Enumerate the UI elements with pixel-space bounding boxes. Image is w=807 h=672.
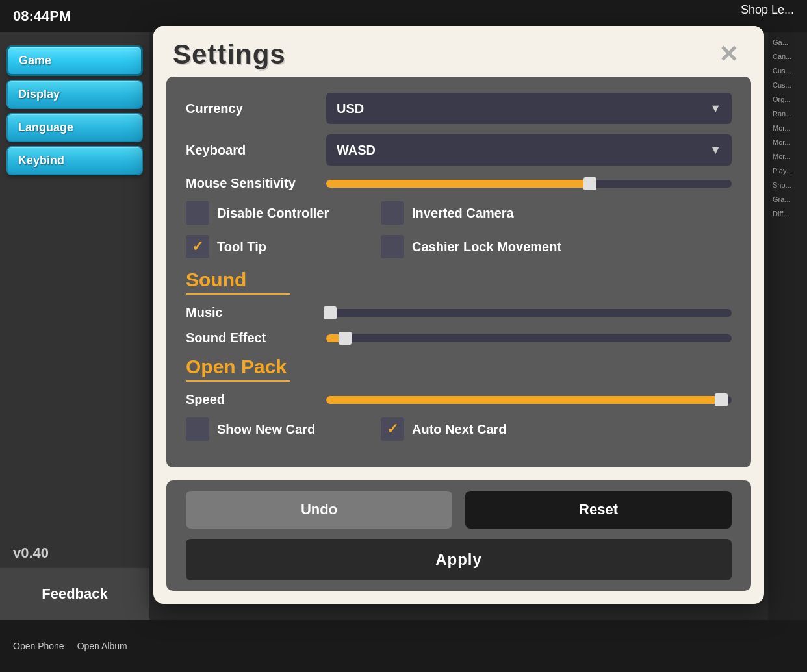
keyboard-label: Keyboard (186, 143, 316, 158)
disable-controller-checkbox[interactable]: Disable Controller (186, 201, 355, 225)
sidebar-item-game[interactable]: Game (6, 45, 143, 76)
mouse-sensitivity-track (326, 180, 732, 188)
disable-controller-box[interactable] (186, 201, 209, 225)
right-panel-item: Mor... (771, 121, 804, 134)
right-panel-item: Sho... (771, 179, 804, 192)
disable-controller-label: Disable Controller (217, 206, 329, 221)
auto-next-card-check-icon: ✓ (387, 421, 398, 438)
close-button[interactable]: ✕ (712, 40, 745, 69)
right-panel-item: Gra... (771, 193, 804, 206)
mouse-sensitivity-thumb[interactable] (583, 177, 596, 190)
auto-next-card-box[interactable]: ✓ (381, 417, 404, 441)
right-panel-item: Can... (771, 50, 804, 63)
apply-button[interactable]: Apply (186, 539, 732, 580)
sound-divider (186, 293, 290, 295)
bottom-item-phone: Open Phone (13, 641, 64, 651)
right-panel-item: Ran... (771, 107, 804, 120)
left-sidebar: Game Display Language Keybind v0.40 Feed… (0, 32, 149, 620)
mouse-sensitivity-slider[interactable] (326, 177, 732, 190)
inverted-camera-checkbox[interactable]: Inverted Camera (381, 201, 550, 225)
bottom-bar: Open Phone Open Album (0, 620, 807, 672)
show-new-card-checkbox[interactable]: Show New Card (186, 417, 355, 441)
music-track (326, 309, 732, 317)
mouse-sensitivity-label: Mouse Sensitivity (186, 176, 316, 191)
right-panel-item: Play... (771, 164, 804, 177)
undo-button[interactable]: Undo (186, 491, 452, 529)
checkboxes-row-2: ✓ Tool Tip Cashier Lock Movement (186, 235, 732, 258)
inverted-camera-box[interactable] (381, 201, 404, 225)
footer-buttons-row: Undo Reset (186, 491, 732, 529)
keyboard-row: Keyboard WASD ▼ (186, 134, 732, 166)
right-panel-item: Cus... (771, 79, 804, 92)
tooltip-box[interactable]: ✓ (186, 235, 209, 258)
modal-body: Currency USD ▼ Keyboard WASD ▼ M (166, 77, 751, 467)
sidebar-item-keybind[interactable]: Keybind (6, 146, 143, 175)
sound-effect-label: Sound Effect (186, 330, 316, 345)
right-panel-item: Mor... (771, 136, 804, 149)
cashier-lock-label: Cashier Lock Movement (412, 240, 561, 255)
right-panel-item: Ga... (771, 36, 804, 49)
sound-section-header: Sound (186, 269, 732, 295)
currency-value: USD (337, 101, 364, 116)
bottom-item-album: Open Album (77, 641, 127, 651)
currency-row: Currency USD ▼ (186, 93, 732, 124)
keyboard-dropdown[interactable]: WASD ▼ (326, 134, 732, 166)
modal-footer: Undo Reset Apply (166, 480, 751, 591)
music-thumb[interactable] (324, 306, 337, 319)
feedback-button[interactable]: Feedback (0, 568, 149, 620)
open-pack-divider (186, 380, 290, 382)
open-pack-section-header: Open Pack (186, 356, 732, 382)
modal-content: Currency USD ▼ Keyboard WASD ▼ M (186, 93, 732, 451)
music-slider[interactable] (326, 306, 732, 319)
tooltip-label: Tool Tip (217, 240, 266, 255)
right-panel: Ga... Can... Cus... Cus... Org... Ran...… (768, 32, 807, 672)
mouse-sensitivity-row: Mouse Sensitivity (186, 176, 732, 191)
show-new-card-box[interactable] (186, 417, 209, 441)
sound-effect-row: Sound Effect (186, 330, 732, 345)
reset-button[interactable]: Reset (465, 491, 732, 529)
auto-next-card-checkbox[interactable]: ✓ Auto Next Card (381, 417, 550, 441)
sound-effect-slider[interactable] (326, 332, 732, 345)
modal-title: Settings (173, 39, 286, 70)
tooltip-checkbox[interactable]: ✓ Tool Tip (186, 235, 355, 258)
checkboxes-row-1: Disable Controller Inverted Camera (186, 201, 732, 225)
keyboard-value: WASD (337, 143, 376, 158)
open-pack-checkboxes: Show New Card ✓ Auto Next Card (186, 417, 732, 441)
modal-wrapper: Settings ✕ Currency USD ▼ Keyboard (149, 13, 768, 620)
open-pack-title: Open Pack (186, 356, 732, 378)
cashier-lock-checkbox[interactable]: Cashier Lock Movement (381, 235, 561, 258)
keyboard-arrow-icon: ▼ (710, 143, 721, 157)
speed-thumb[interactable] (715, 393, 728, 406)
sound-effect-track (326, 334, 732, 342)
sound-title: Sound (186, 269, 732, 291)
show-new-card-label: Show New Card (217, 422, 315, 437)
music-label: Music (186, 305, 316, 320)
version-text: v0.40 (13, 545, 49, 562)
cashier-lock-box[interactable] (381, 235, 404, 258)
currency-label: Currency (186, 101, 316, 116)
currency-arrow-icon: ▼ (710, 102, 721, 116)
right-panel-item: Org... (771, 93, 804, 106)
tooltip-check-icon: ✓ (192, 238, 203, 255)
speed-track (326, 396, 732, 404)
speed-label: Speed (186, 392, 316, 407)
sidebar-nav: Game Display Language Keybind (6, 45, 143, 175)
settings-modal: Settings ✕ Currency USD ▼ Keyboard (153, 26, 764, 604)
currency-dropdown[interactable]: USD ▼ (326, 93, 732, 124)
speed-slider[interactable] (326, 393, 732, 406)
modal-header: Settings ✕ (153, 26, 764, 70)
speed-fill (326, 396, 724, 404)
music-row: Music (186, 305, 732, 320)
time-display: 08:44PM (13, 8, 71, 25)
sound-effect-thumb[interactable] (339, 332, 352, 345)
auto-next-card-label: Auto Next Card (412, 422, 507, 437)
right-panel-item: Mor... (771, 150, 804, 163)
mouse-sensitivity-fill (326, 180, 590, 188)
speed-row: Speed (186, 392, 732, 407)
right-panel-item: Cus... (771, 64, 804, 77)
right-panel-item: Diff... (771, 207, 804, 220)
sidebar-item-display[interactable]: Display (6, 80, 143, 109)
sidebar-item-language[interactable]: Language (6, 113, 143, 142)
inverted-camera-label: Inverted Camera (412, 206, 514, 221)
